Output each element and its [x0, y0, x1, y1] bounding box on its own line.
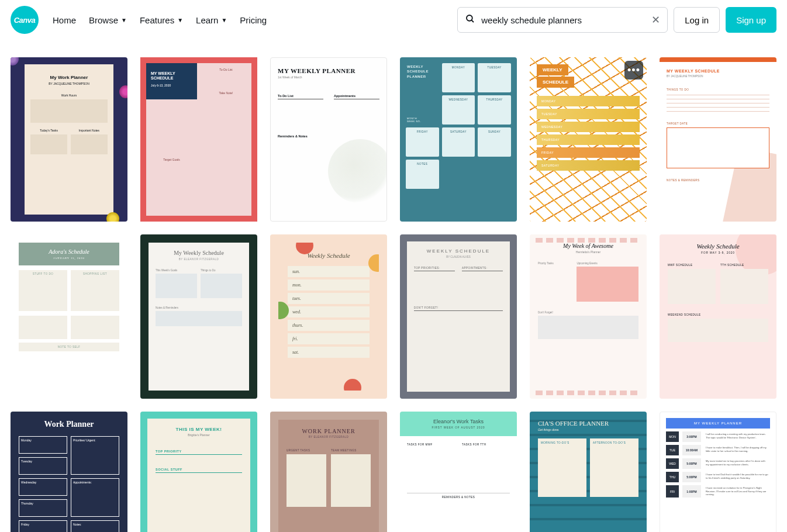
chevron-down-icon: ▼: [121, 17, 127, 23]
clear-icon[interactable]: ✕: [651, 13, 660, 26]
card-subtitle: BY JACQUELINE THOMPSON: [30, 82, 107, 85]
template-grid: My Work Planner BY JACQUELINE THOMPSON W…: [0, 40, 787, 532]
nav-learn[interactable]: Learn▼: [196, 15, 227, 25]
nav-pricing[interactable]: Pricing: [240, 15, 267, 25]
svg-point-0: [467, 15, 472, 21]
chevron-down-icon: ▼: [221, 17, 227, 23]
template-card[interactable]: MY WEEKLY SCHEDULEJuly 6-13, 2020 Target…: [140, 57, 257, 222]
template-card[interactable]: MY WEEKLY SCHEDULE BY JACQUELINE THOMPSO…: [660, 57, 776, 222]
template-card[interactable]: CIA'S OFFICE PLANNER Get things done. MO…: [530, 412, 647, 532]
template-card[interactable]: Work Planner Monday Priorities/ Urgent: …: [11, 412, 127, 532]
search-input[interactable]: [481, 15, 646, 25]
template-card[interactable]: Weekly Schedule FOR MAY 3-9, 2020 MWF SC…: [660, 234, 776, 399]
template-card[interactable]: WORK PLANNER BY ELEANOR FITZGERALD URGEN…: [270, 412, 387, 532]
template-card[interactable]: WEEKLY SCHEDULE PLANNERMONTHWEEK NO. MON…: [400, 57, 517, 222]
signup-button[interactable]: Sign up: [726, 7, 776, 33]
template-card[interactable]: WEEKLY SCHEDULE MONDAY TUESDAY WEDNESDAY…: [530, 57, 647, 222]
search-field[interactable]: ✕: [457, 7, 668, 33]
template-card[interactable]: Eleanor's Work TasksFIRST WEEK OF AUGUST…: [400, 412, 517, 532]
template-card[interactable]: Adora's ScheduleJANUARY 15, 2020 STUFF T…: [11, 234, 127, 399]
canva-logo[interactable]: Canva: [11, 6, 39, 34]
nav-browse[interactable]: Browse▼: [89, 15, 127, 25]
svg-line-1: [472, 20, 474, 22]
card-title: MY WEEKLY PLANNER: [278, 67, 379, 74]
template-card[interactable]: My Weekly Schedule BY ELEANOR FITZGERALD…: [140, 234, 257, 399]
search-icon: [465, 13, 475, 26]
template-card[interactable]: WEEKLY SCHEDULE BY CLAUDIA ALVES TOP PRI…: [400, 234, 517, 399]
template-card[interactable]: My Work Planner BY JACQUELINE THOMPSON W…: [11, 57, 127, 222]
header: Canva Home Browse▼ Features▼ Learn▼ Pric…: [0, 0, 787, 40]
main-nav: Home Browse▼ Features▼ Learn▼ Pricing: [53, 15, 267, 25]
login-button[interactable]: Log in: [674, 7, 720, 33]
template-card[interactable]: My Week of Awesome Henrietta's Planner P…: [530, 234, 647, 399]
chevron-down-icon: ▼: [177, 17, 183, 23]
template-card[interactable]: Weekly Schedule sun. mon. tues. wed. thu…: [270, 234, 387, 399]
nav-features[interactable]: Features▼: [140, 15, 183, 25]
template-card[interactable]: MY WEEKLY PLANNER MON3:00PMI will be con…: [660, 412, 776, 532]
template-card[interactable]: THIS IS MY WEEK! Brigitte's Planner TOP …: [140, 412, 257, 532]
card-title: My Work Planner: [30, 75, 107, 80]
nav-home[interactable]: Home: [53, 15, 76, 25]
template-card[interactable]: MY WEEKLY PLANNER 1st Week of March To-D…: [270, 57, 387, 222]
